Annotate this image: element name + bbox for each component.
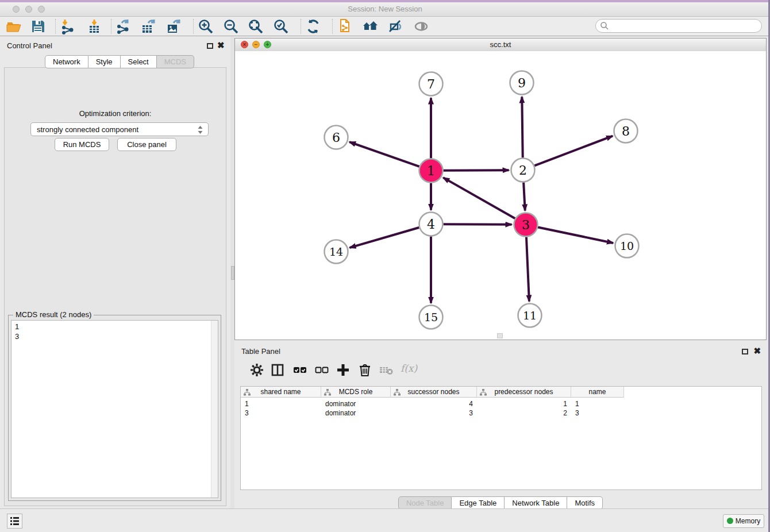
cell-MCDS-role[interactable]: dominator bbox=[321, 408, 391, 418]
tab-motifs[interactable]: Motifs bbox=[567, 496, 603, 510]
edge-3-11[interactable] bbox=[526, 237, 529, 301]
run-mcds-button[interactable]: Run MCDS bbox=[55, 138, 109, 151]
node-label-2: 2 bbox=[519, 163, 527, 178]
save-session-icon[interactable] bbox=[30, 18, 46, 34]
mcds-result-text: 1 3 bbox=[15, 322, 19, 341]
refresh-icon[interactable] bbox=[305, 18, 321, 34]
zoom-in-icon[interactable] bbox=[198, 18, 214, 34]
import-network-icon[interactable] bbox=[60, 18, 76, 34]
result-scrollbar[interactable] bbox=[211, 321, 218, 498]
canvas-resize-grip[interactable] bbox=[497, 333, 503, 338]
edge-2-8[interactable] bbox=[534, 136, 613, 166]
cell-predecessor-nodes[interactable]: 1 bbox=[477, 399, 571, 408]
desktop-edge-top bbox=[0, 0, 770, 2]
cell-name[interactable]: 3 bbox=[571, 408, 624, 418]
node-label-15: 15 bbox=[424, 311, 438, 323]
table-close-icon[interactable]: ✖ bbox=[753, 347, 761, 355]
network-canvas[interactable]: 7968124314101511 bbox=[235, 51, 766, 340]
select-all-icon[interactable] bbox=[292, 363, 307, 377]
delete-table-icon bbox=[379, 363, 394, 377]
edge-3-1[interactable] bbox=[443, 178, 515, 218]
control-panel-tabs: NetworkStyleSelectMCDS bbox=[45, 55, 194, 68]
toolbar-separator bbox=[55, 19, 56, 34]
edge-4-14[interactable] bbox=[350, 228, 419, 248]
tab-network-table[interactable]: Network Table bbox=[505, 496, 567, 510]
cell-name[interactable]: 1 bbox=[571, 399, 624, 408]
cell-successor-nodes[interactable]: 3 bbox=[391, 408, 477, 418]
hide-labels-icon[interactable] bbox=[387, 18, 403, 34]
table-row[interactable]: 1dominator411 bbox=[241, 399, 624, 408]
search-icon bbox=[600, 21, 609, 30]
control-panel: Control Panel ✖ NetworkStyleSelectMCDS O… bbox=[0, 36, 230, 509]
export-table-icon[interactable] bbox=[140, 18, 156, 34]
cell-predecessor-nodes[interactable]: 2 bbox=[477, 408, 571, 418]
edge-1-6[interactable] bbox=[349, 142, 419, 167]
panel-splitter[interactable] bbox=[230, 36, 234, 509]
table-panel: Table Panel ✖ f(x) bbox=[234, 342, 767, 509]
node-label-9: 9 bbox=[518, 76, 526, 90]
column-header-successor-nodes[interactable]: successor nodes bbox=[391, 387, 477, 398]
search-input[interactable] bbox=[611, 20, 757, 32]
tab-select[interactable]: Select bbox=[121, 55, 157, 68]
deselect-all-icon[interactable] bbox=[314, 363, 329, 377]
columns-icon[interactable] bbox=[270, 363, 285, 377]
edge-3-10[interactable] bbox=[538, 227, 613, 243]
float-panel-icon[interactable] bbox=[207, 43, 213, 49]
tab-style[interactable]: Style bbox=[88, 55, 121, 68]
network-window-title: scc.txt bbox=[235, 40, 766, 49]
network-graph[interactable]: 7968124314101511 bbox=[235, 51, 766, 340]
tab-mcds[interactable]: MCDS bbox=[157, 55, 194, 68]
edge-1-2[interactable] bbox=[443, 170, 509, 171]
export-network-icon[interactable] bbox=[115, 18, 131, 34]
table-tabs: Node TableEdge TableNetwork TableMotifs bbox=[234, 496, 767, 510]
zoom-selected-icon[interactable] bbox=[273, 18, 289, 34]
tab-node-table[interactable]: Node Table bbox=[398, 496, 452, 510]
cell-successor-nodes[interactable]: 4 bbox=[391, 399, 477, 408]
criterion-select[interactable]: strongly connected component bbox=[30, 122, 209, 136]
toolbar-separator bbox=[301, 19, 301, 34]
column-header-predecessor-nodes[interactable]: predecessor nodes bbox=[477, 387, 571, 398]
window-title: Session: New Session bbox=[0, 5, 770, 13]
export-image-icon[interactable] bbox=[165, 18, 182, 34]
tab-edge-table[interactable]: Edge Table bbox=[452, 496, 505, 510]
add-icon[interactable] bbox=[336, 363, 351, 377]
mcds-result-title: MCDS result (2 nodes) bbox=[13, 310, 94, 319]
node-label-7: 7 bbox=[427, 77, 435, 91]
mcds-result-area[interactable]: 1 3 bbox=[11, 320, 218, 498]
zoom-fit-icon[interactable] bbox=[248, 18, 264, 34]
column-header-name[interactable]: name bbox=[571, 387, 624, 398]
node-label-11: 11 bbox=[523, 309, 537, 322]
cell-shared-name[interactable]: 3 bbox=[241, 408, 321, 418]
node-label-4: 4 bbox=[427, 217, 435, 232]
select-stepper-icon bbox=[197, 125, 203, 134]
cell-MCDS-role[interactable]: dominator bbox=[321, 399, 391, 408]
toolbar-separator bbox=[111, 19, 111, 34]
home-icon[interactable] bbox=[362, 18, 378, 34]
memory-label: Memory bbox=[736, 517, 760, 525]
delete-icon[interactable] bbox=[357, 363, 372, 377]
zoom-out-icon[interactable] bbox=[223, 18, 239, 34]
task-history-button[interactable] bbox=[7, 514, 22, 529]
new-network-icon[interactable] bbox=[337, 18, 353, 34]
open-session-icon[interactable] bbox=[6, 18, 22, 34]
mcds-panel: Optimization criterion: strongly connect… bbox=[4, 67, 226, 506]
column-header-MCDS-role[interactable]: MCDS role bbox=[321, 387, 391, 398]
node-table[interactable]: shared nameMCDS rolesuccessor nodesprede… bbox=[240, 386, 762, 490]
edge-2-9[interactable] bbox=[522, 97, 522, 157]
close-panel-button[interactable]: Close panel bbox=[117, 138, 176, 151]
edge-4-3[interactable] bbox=[443, 224, 511, 225]
cell-shared-name[interactable]: 1 bbox=[241, 399, 321, 408]
memory-button[interactable]: Memory bbox=[723, 514, 764, 528]
network-window-titlebar[interactable]: × − + scc.txt bbox=[235, 38, 766, 52]
table-row[interactable]: 3dominator323 bbox=[241, 408, 624, 418]
import-table-icon[interactable] bbox=[86, 18, 102, 34]
gear-icon[interactable] bbox=[249, 363, 264, 377]
table-float-icon[interactable] bbox=[742, 349, 748, 354]
edge-2-3[interactable] bbox=[523, 182, 525, 210]
show-hide-icon[interactable] bbox=[413, 18, 429, 34]
tab-network[interactable]: Network bbox=[45, 55, 88, 68]
close-panel-icon[interactable]: ✖ bbox=[217, 41, 225, 49]
node-label-10: 10 bbox=[620, 240, 634, 252]
column-header-shared-name[interactable]: shared name bbox=[241, 387, 321, 398]
search-field[interactable] bbox=[595, 19, 762, 33]
